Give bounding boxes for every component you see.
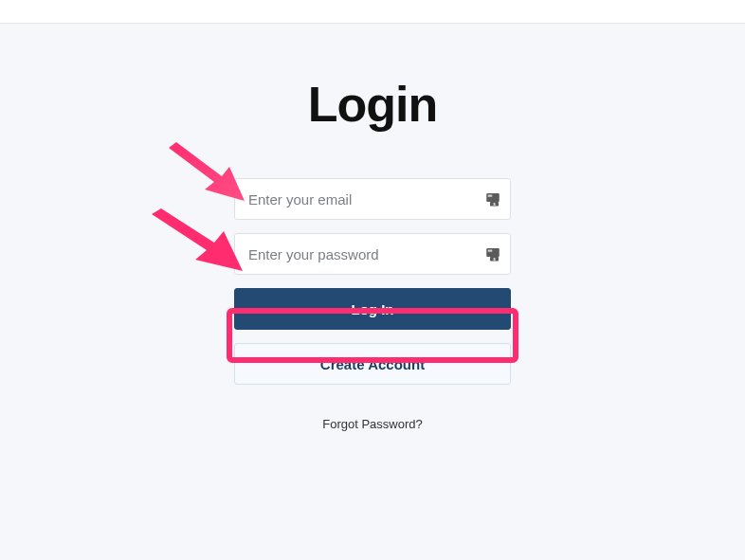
browser-top-strip	[0, 0, 745, 24]
email-row: $	[234, 178, 511, 220]
login-page: Login $ $	[0, 24, 745, 560]
password-manager-icon[interactable]: $	[484, 245, 501, 262]
svg-rect-5	[488, 250, 493, 252]
svg-rect-1	[488, 195, 493, 197]
password-field[interactable]	[234, 233, 511, 275]
password-row: $	[234, 233, 511, 275]
page-title: Login	[0, 76, 745, 133]
email-field[interactable]	[234, 178, 511, 220]
login-form: $ $ Log In Create Account Forgot Passwor…	[234, 178, 511, 432]
login-button[interactable]: Log In	[234, 288, 511, 330]
create-account-button[interactable]: Create Account	[234, 343, 511, 385]
forgot-password-row: Forgot Password?	[234, 415, 511, 432]
password-manager-icon[interactable]: $	[484, 190, 501, 208]
svg-rect-4	[486, 248, 500, 257]
svg-rect-0	[486, 193, 500, 202]
forgot-password-link[interactable]: Forgot Password?	[322, 417, 423, 431]
